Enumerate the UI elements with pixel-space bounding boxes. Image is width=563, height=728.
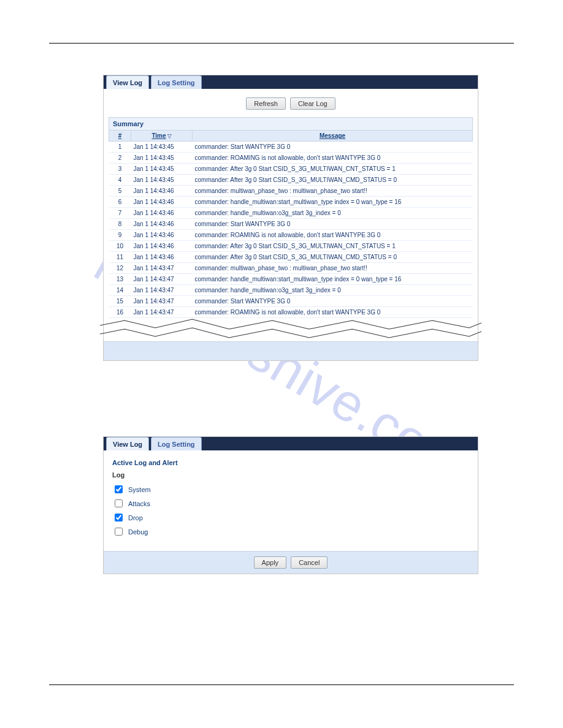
panel-footer: [104, 341, 478, 360]
tab-log-setting[interactable]: Log Setting: [151, 437, 202, 450]
row-index: 1: [109, 142, 131, 153]
cancel-button[interactable]: Cancel: [291, 556, 327, 569]
page-bottom-rule: [49, 684, 514, 685]
col-message[interactable]: Message: [193, 131, 473, 142]
row-time: Jan 1 14:43:46: [131, 252, 193, 263]
sort-desc-icon: ▽: [167, 133, 172, 139]
row-time: Jan 1 14:43:47: [131, 263, 193, 274]
table-row: 13Jan 1 14:43:47commander: handle_multiw…: [109, 274, 473, 285]
row-time: Jan 1 14:43:45: [131, 164, 193, 175]
row-message: commander: After 3g 0 Start CSID_S_3G_MU…: [193, 164, 473, 175]
view-log-panel: View Log Log Setting Refresh Clear Log S…: [103, 75, 478, 361]
row-index: 12: [109, 263, 131, 274]
row-index: 10: [109, 241, 131, 252]
row-time: Jan 1 14:43:46: [131, 219, 193, 230]
tabstrip: View Log Log Setting: [104, 75, 478, 89]
table-row: 6Jan 1 14:43:46commander: handle_multiwa…: [109, 197, 473, 208]
row-index: 2: [109, 153, 131, 164]
checkbox-label: System: [128, 486, 151, 493]
row-time: Jan 1 14:43:46: [131, 186, 193, 197]
checkbox-label: Drop: [128, 514, 143, 521]
checkbox-drop[interactable]: [115, 514, 123, 521]
row-index: 7: [109, 208, 131, 219]
row-time: Jan 1 14:43:46: [131, 208, 193, 219]
row-message: commander: After 3g 0 Start CSID_S_3G_MU…: [193, 252, 473, 263]
checkbox-row-debug: Debug: [112, 526, 469, 537]
col-time[interactable]: Time▽: [131, 131, 193, 142]
row-index: 11: [109, 252, 131, 263]
row-index: 4: [109, 175, 131, 186]
row-message: commander: handle_multiwan:start_multiwa…: [193, 274, 473, 285]
checkbox-row-drop: Drop: [112, 512, 469, 523]
checkbox-label: Attacks: [128, 500, 150, 507]
table-row: 3Jan 1 14:43:45commander: After 3g 0 Sta…: [109, 164, 473, 175]
table-row: 16Jan 1 14:43:47commander: ROAMING is no…: [109, 307, 473, 318]
row-index: 9: [109, 230, 131, 241]
row-time: Jan 1 14:43:46: [131, 197, 193, 208]
row-message: commander: Start WANTYPE 3G 0: [193, 296, 473, 307]
actions-bar: Apply Cancel: [104, 551, 478, 574]
row-index: 5: [109, 186, 131, 197]
row-index: 13: [109, 274, 131, 285]
checkbox-attacks[interactable]: [115, 499, 123, 507]
row-message: commander: ROAMING is not allowable, don…: [193, 153, 473, 164]
table-row: 14Jan 1 14:43:47commander: handle_multiw…: [109, 285, 473, 296]
row-message: commander: multiwan_phase_two : multiwan…: [193, 186, 473, 197]
page-top-rule: [49, 43, 514, 44]
log-setting-panel: View Log Log Setting Active Log and Aler…: [103, 436, 478, 574]
col-time-label: Time: [151, 132, 166, 139]
row-index: 3: [109, 164, 131, 175]
row-time: Jan 1 14:43:46: [131, 230, 193, 241]
table-row: 2Jan 1 14:43:45commander: ROAMING is not…: [109, 153, 473, 164]
checkbox-label: Debug: [128, 528, 148, 536]
checkbox-debug[interactable]: [115, 528, 123, 536]
summary-title: Summary: [109, 117, 473, 130]
row-message: commander: Start WANTYPE 3G 0: [193, 219, 473, 230]
apply-button[interactable]: Apply: [254, 556, 287, 569]
row-message: commander: After 3g 0 Start CSID_S_3G_MU…: [193, 241, 473, 252]
row-time: Jan 1 14:43:47: [131, 296, 193, 307]
row-index: 16: [109, 307, 131, 318]
row-message: commander: ROAMING is not allowable, don…: [193, 230, 473, 241]
log-table: # Time▽ Message 1Jan 1 14:43:45commander…: [109, 130, 473, 318]
log-subtitle: Log: [112, 471, 469, 479]
row-time: Jan 1 14:43:47: [131, 307, 193, 318]
row-message: commander: multiwan_phase_two : multiwan…: [193, 263, 473, 274]
table-row: 12Jan 1 14:43:47commander: multiwan_phas…: [109, 263, 473, 274]
table-row: 9Jan 1 14:43:46commander: ROAMING is not…: [109, 230, 473, 241]
row-message: commander: After 3g 0 Start CSID_S_3G_MU…: [193, 175, 473, 186]
tab-view-log[interactable]: View Log: [106, 75, 149, 89]
row-time: Jan 1 14:43:45: [131, 142, 193, 153]
table-row: 4Jan 1 14:43:45commander: After 3g 0 Sta…: [109, 175, 473, 186]
table-row: 7Jan 1 14:43:46commander: handle_multiwa…: [109, 208, 473, 219]
tab-log-setting[interactable]: Log Setting: [151, 75, 202, 89]
section-title: Active Log and Alert: [112, 459, 469, 466]
tab-view-log[interactable]: View Log: [106, 437, 149, 450]
table-row: 11Jan 1 14:43:46commander: After 3g 0 St…: [109, 252, 473, 263]
row-time: Jan 1 14:43:46: [131, 241, 193, 252]
page-tear-illustration: [104, 317, 478, 341]
row-time: Jan 1 14:43:47: [131, 285, 193, 296]
row-time: Jan 1 14:43:45: [131, 175, 193, 186]
table-row: 1Jan 1 14:43:45commander: Start WANTYPE …: [109, 142, 473, 153]
col-index[interactable]: #: [109, 131, 131, 142]
table-row: 5Jan 1 14:43:46commander: multiwan_phase…: [109, 186, 473, 197]
refresh-button[interactable]: Refresh: [246, 97, 286, 110]
checkbox-system[interactable]: [115, 485, 123, 493]
checkbox-row-system: System: [112, 483, 469, 495]
row-time: Jan 1 14:43:45: [131, 153, 193, 164]
row-message: commander: ROAMING is not allowable, don…: [193, 307, 473, 318]
row-message: commander: handle_multiwan:start_multiwa…: [193, 197, 473, 208]
log-toolbar: Refresh Clear Log: [104, 89, 478, 117]
row-index: 14: [109, 285, 131, 296]
row-message: commander: handle_multiwan:o3g_start 3g_…: [193, 208, 473, 219]
clear-log-button[interactable]: Clear Log: [290, 97, 335, 110]
checkbox-row-attacks: Attacks: [112, 498, 469, 509]
row-message: commander: handle_multiwan:o3g_start 3g_…: [193, 285, 473, 296]
row-index: 8: [109, 219, 131, 230]
table-row: 15Jan 1 14:43:47commander: Start WANTYPE…: [109, 296, 473, 307]
row-index: 15: [109, 296, 131, 307]
row-time: Jan 1 14:43:47: [131, 274, 193, 285]
row-message: commander: Start WANTYPE 3G 0: [193, 142, 473, 153]
row-index: 6: [109, 197, 131, 208]
